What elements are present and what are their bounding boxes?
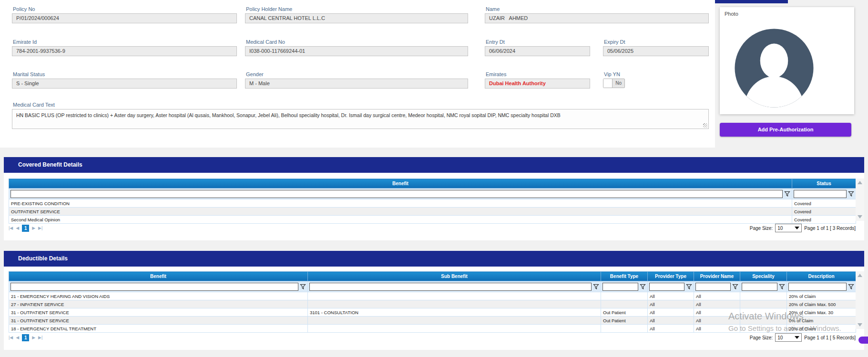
benefit-type-filter-input[interactable] bbox=[602, 283, 638, 291]
deductible-col-header-benefit-type[interactable]: Benefit Type bbox=[601, 272, 648, 281]
first-page-button[interactable]: |◀ bbox=[9, 334, 13, 341]
policy-holder-name-field[interactable]: CANAL CENTRAL HOTEL L.L.C bbox=[245, 13, 468, 23]
filter-icon[interactable] bbox=[784, 191, 790, 197]
policy-no-field[interactable]: P/01/2024/000624 bbox=[12, 13, 237, 23]
deductible-col-header-provider-type[interactable]: Provider Type bbox=[648, 272, 694, 281]
page-size-select[interactable]: 10 bbox=[775, 224, 802, 232]
provider-type-cell: All bbox=[648, 308, 694, 317]
benefit-type-cell bbox=[601, 292, 648, 300]
page-size-select[interactable]: 10 bbox=[775, 333, 802, 342]
gender-field[interactable]: M - Male bbox=[245, 79, 468, 89]
provider-name-cell: All bbox=[694, 325, 740, 333]
filter-icon[interactable] bbox=[686, 284, 692, 290]
filter-icon[interactable] bbox=[640, 284, 646, 290]
speciality-cell bbox=[740, 317, 787, 325]
table-row[interactable]: 31 - OUTPATIENT SERVICE Out Patient All … bbox=[9, 317, 856, 325]
scroll-down-icon[interactable] bbox=[858, 323, 862, 327]
filter-icon[interactable] bbox=[779, 284, 785, 290]
emirate-id-field[interactable]: 784-2001-9937536-9 bbox=[12, 46, 237, 56]
last-page-button[interactable]: ▶| bbox=[38, 225, 42, 232]
table-row[interactable]: Second Medical Opinion Covered bbox=[9, 216, 856, 224]
current-page-button[interactable]: 1 bbox=[22, 334, 29, 341]
table-row[interactable]: OUTPATIENT SERVICE Covered bbox=[9, 208, 856, 216]
covered-status-filter-input[interactable] bbox=[794, 190, 847, 198]
medical-card-no-field[interactable]: I038-000-117669244-01 bbox=[245, 46, 468, 56]
description-cell: 20% of Claim Max. 500 bbox=[787, 300, 856, 308]
filter-icon[interactable] bbox=[593, 284, 599, 290]
speciality-filter-input[interactable] bbox=[742, 283, 777, 291]
table-row[interactable]: 21 - EMERGENCY HEARING AND VISION AIDS A… bbox=[9, 292, 856, 300]
page-size-label: Page Size: bbox=[750, 226, 773, 231]
benefit-cell: 31 - OUTPATIENT SERVICE bbox=[9, 308, 308, 317]
provider-name-cell: All bbox=[694, 317, 740, 325]
floating-action-corner[interactable] bbox=[858, 337, 868, 344]
provider-type-filter-input[interactable] bbox=[649, 283, 684, 291]
emirates-field[interactable]: Dubai Health Authority bbox=[485, 79, 590, 89]
covered-col-header-benefit[interactable]: Benefit bbox=[9, 179, 792, 188]
scroll-down-icon[interactable] bbox=[858, 215, 862, 218]
vip-yn-toggle[interactable]: No bbox=[603, 79, 625, 88]
scroll-up-icon[interactable] bbox=[858, 274, 862, 277]
benefit-cell: PRE-EXISTING CONDITION bbox=[9, 199, 792, 208]
filter-icon[interactable] bbox=[732, 284, 738, 290]
covered-benefit-section-title: Covered Benefit Details bbox=[4, 157, 864, 173]
covered-benefit-filter-input[interactable] bbox=[10, 190, 783, 198]
next-page-button[interactable]: ▶ bbox=[32, 225, 35, 232]
prev-page-button[interactable]: ◀ bbox=[16, 225, 19, 232]
policy-no-label: Policy No bbox=[13, 6, 35, 12]
sub-benefit-filter-input[interactable] bbox=[309, 283, 592, 291]
provider-name-filter-input[interactable] bbox=[695, 283, 731, 291]
deductible-col-header-benefit[interactable]: Benefit bbox=[9, 272, 308, 281]
filter-icon[interactable] bbox=[848, 191, 854, 197]
benefit-cell: 18 - EMERGENCY DENTAL TREATMENT bbox=[9, 325, 308, 333]
filter-icon[interactable] bbox=[300, 284, 306, 290]
table-row[interactable]: 27 - INPATIENT SERVICE All All 20% of Cl… bbox=[9, 300, 856, 308]
marital-status-label: Marital Status bbox=[13, 71, 45, 77]
covered-col-header-status[interactable]: Status bbox=[792, 179, 856, 188]
description-cell: 20% of Claim bbox=[787, 292, 856, 300]
provider-name-cell: All bbox=[694, 300, 740, 308]
chevron-down-icon bbox=[795, 227, 799, 229]
filter-icon[interactable] bbox=[848, 284, 854, 290]
first-page-button[interactable]: |◀ bbox=[9, 225, 13, 232]
deductible-section-title: Deductible Details bbox=[4, 251, 864, 267]
photo-label: Photo bbox=[725, 11, 738, 17]
deductible-col-header-speciality[interactable]: Speciality bbox=[740, 272, 787, 281]
deductible-benefit-filter-input[interactable] bbox=[10, 283, 298, 291]
prev-page-button[interactable]: ◀ bbox=[16, 334, 19, 341]
provider-type-cell: All bbox=[648, 300, 694, 308]
current-page-button[interactable]: 1 bbox=[22, 225, 29, 232]
table-row[interactable]: 18 - EMERGENCY DENTAL TREATMENT All All … bbox=[9, 325, 856, 333]
deductible-col-header-provider-name[interactable]: Provider Name bbox=[694, 272, 740, 281]
deductible-col-header-sub-benefit[interactable]: Sub Benefit bbox=[308, 272, 601, 281]
next-page-button[interactable]: ▶ bbox=[32, 334, 35, 341]
page-size-value: 10 bbox=[777, 226, 783, 231]
last-page-button[interactable]: ▶| bbox=[38, 334, 42, 341]
table-row[interactable]: 31 - OUTPATIENT SERVICE 3101 - CONSULTAT… bbox=[9, 308, 856, 317]
page-info-text: Page 1 of 1 [ 5 Records] bbox=[804, 335, 856, 340]
table-row[interactable]: PRE-EXISTING CONDITION Covered bbox=[9, 199, 856, 208]
benefit-type-cell bbox=[601, 325, 648, 333]
provider-name-cell: All bbox=[694, 292, 740, 300]
description-cell: 20% of Claim Max. 30 bbox=[787, 308, 856, 317]
deductible-table-scrollbar[interactable] bbox=[856, 271, 864, 329]
gender-label: Gender bbox=[246, 71, 264, 77]
add-pre-authorization-button[interactable]: Add Pre-Authorization bbox=[720, 123, 851, 137]
entry-dt-field[interactable]: 06/06/2024 bbox=[485, 46, 590, 56]
deductible-table: Benefit Sub Benefit Benefit Type Provide… bbox=[9, 271, 856, 333]
deductible-col-header-description[interactable]: Description bbox=[787, 272, 856, 281]
expiry-dt-field[interactable]: 05/06/2025 bbox=[603, 46, 709, 56]
member-details-page: Policy No P/01/2024/000624 Policy Holder… bbox=[0, 0, 868, 357]
provider-name-cell: All bbox=[694, 308, 740, 317]
marital-status-field[interactable]: S - Single bbox=[12, 79, 237, 89]
scroll-up-icon[interactable] bbox=[858, 181, 862, 184]
covered-table-scrollbar[interactable] bbox=[856, 178, 864, 221]
benefit-cell: Second Medical Opinion bbox=[9, 216, 792, 224]
medical-card-text-field[interactable]: HN BASIC PLUS (OP restricted to clinics)… bbox=[12, 109, 709, 129]
sub-benefit-cell bbox=[308, 292, 601, 300]
resize-handle[interactable] bbox=[703, 123, 707, 128]
benefit-type-cell: Out Patient bbox=[601, 308, 648, 317]
speciality-cell bbox=[740, 325, 787, 333]
name-field[interactable]: UZAIR AHMED bbox=[485, 13, 709, 23]
description-filter-input[interactable] bbox=[788, 283, 847, 291]
